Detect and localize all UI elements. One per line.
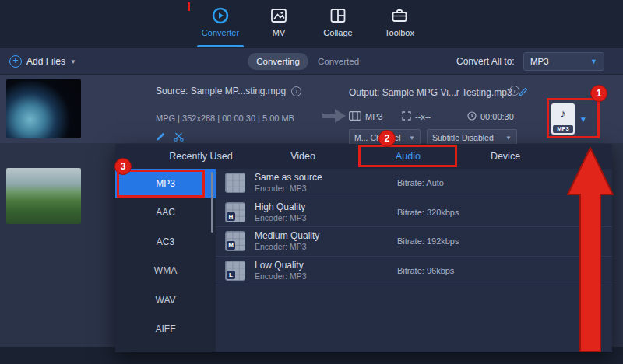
quality-letter-badge: H xyxy=(227,212,235,221)
format-item-wav[interactable]: WAV xyxy=(115,285,216,315)
format-selector-label: MP3 xyxy=(553,125,573,133)
chevron-down-icon: ▼ xyxy=(505,135,512,142)
output-duration-group: 00:00:30 xyxy=(467,110,514,123)
tab-converter[interactable]: Converter xyxy=(192,5,249,46)
source-line: Source: Sample MP...sting.mpg i xyxy=(156,86,301,96)
chevron-down-icon: ▼ xyxy=(590,58,597,65)
gear-icon[interactable] xyxy=(586,263,598,278)
preset-encoder: Encoder: MP3 xyxy=(255,271,307,282)
output-format-badge: MP3 xyxy=(365,112,383,121)
add-files-label: Add Files xyxy=(26,56,65,67)
source-filename: Source: Sample MP...sting.mpg xyxy=(156,86,286,96)
plus-icon: + xyxy=(9,55,22,68)
preset-encoder: Encoder: MP3 xyxy=(255,184,322,194)
cut-icon[interactable] xyxy=(174,131,184,145)
preset-row-high-quality[interactable]: H High Quality Encoder: MP3 Bitrate: 320… xyxy=(216,198,612,228)
preset-list: Same as source Encoder: MP3 Bitrate: Aut… xyxy=(216,169,612,352)
popup-tab-device[interactable]: Device xyxy=(466,144,544,169)
tab-mv-label: MV xyxy=(273,28,286,37)
row-tools xyxy=(156,131,184,145)
output-filename: Output: Sample MPG Vi...r Testing.mp3 xyxy=(349,87,512,98)
popup-tab-audio[interactable]: Audio xyxy=(369,144,447,169)
gear-icon[interactable] xyxy=(586,234,598,249)
preset-encoder: Encoder: MP3 xyxy=(255,242,319,252)
convert-arrow-icon xyxy=(322,107,346,128)
preset-quality-icon: L xyxy=(225,261,245,281)
channel-value: M... Channel xyxy=(354,133,406,142)
preset-title: Medium Quality xyxy=(255,230,319,241)
subtitle-value: Subtitle Disabled xyxy=(432,133,502,142)
convert-all-label: Convert All to: xyxy=(456,53,515,70)
preset-bitrate: Bitrate: 320kbps xyxy=(397,208,459,217)
preset-quality-icon: M xyxy=(225,231,245,251)
quality-letter-badge: M xyxy=(227,241,235,250)
output-line: Output: Sample MPG Vi...r Testing.mp3 xyxy=(349,86,528,100)
preset-bitrate: Bitrate: 192kbps xyxy=(397,236,459,246)
preset-row-same-as-source[interactable]: Same as source Encoder: MP3 Bitrate: Aut… xyxy=(216,169,612,198)
format-item-ac3[interactable]: AC3 xyxy=(115,227,216,257)
collage-icon xyxy=(329,5,347,26)
preset-row-medium-quality[interactable]: M Medium Quality Encoder: MP3 Bitrate: 1… xyxy=(216,227,612,257)
info-icon[interactable]: i xyxy=(291,86,301,96)
preset-bitrate: Bitrate: 96kbps xyxy=(397,266,454,275)
preset-encoder: Encoder: MP3 xyxy=(255,213,307,223)
edit-icon[interactable] xyxy=(156,131,166,145)
tab-toolbox[interactable]: Toolbox xyxy=(371,5,428,46)
tab-collage[interactable]: Collage xyxy=(309,5,367,46)
output-info-icon[interactable]: i xyxy=(509,86,519,96)
format-item-aiff[interactable]: AIFF xyxy=(115,315,216,345)
add-files-button[interactable]: + Add Files ▼ xyxy=(9,48,76,75)
toolbox-icon xyxy=(391,5,408,26)
preset-bitrate: Bitrate: Auto xyxy=(397,178,444,187)
chevron-down-icon: ▼ xyxy=(70,58,76,65)
rename-icon[interactable] xyxy=(519,86,528,100)
output-resolution-group: --x-- xyxy=(402,110,431,123)
converter-play-icon xyxy=(211,5,230,26)
quality-letter-badge: L xyxy=(227,271,235,279)
format-item-aac[interactable]: AAC xyxy=(115,198,216,228)
format-item-mp3[interactable]: MP3 xyxy=(115,169,216,198)
tab-converted[interactable]: Converted xyxy=(318,53,359,70)
mv-icon xyxy=(270,5,287,26)
chevron-down-icon: ▼ xyxy=(409,135,415,142)
app-window: Converter MV Collage Toolbox + Add Files… xyxy=(0,0,623,364)
clock-icon xyxy=(467,110,477,124)
format-frame-icon xyxy=(349,110,361,124)
tab-mv[interactable]: MV xyxy=(250,5,308,46)
preset-title: Low Quality xyxy=(255,260,307,271)
preset-row-low-quality[interactable]: L Low Quality Encoder: MP3 Bitrate: 96kb… xyxy=(216,257,612,286)
annotation-tick xyxy=(188,2,190,11)
output-resolution: --x-- xyxy=(415,112,431,121)
preset-quality-icon xyxy=(225,173,245,193)
format-item-wma[interactable]: WMA xyxy=(115,257,216,286)
format-list-scrollbar[interactable] xyxy=(211,172,213,233)
output-duration: 00:00:30 xyxy=(480,112,514,121)
output-format-group: MP3 xyxy=(349,110,383,123)
tab-converter-label: Converter xyxy=(202,28,239,37)
chevron-down-icon: ▼ xyxy=(579,115,587,124)
output-format-selector[interactable]: ♪ MP3 ▼ xyxy=(551,102,597,136)
video-thumbnail-landscape xyxy=(6,168,81,224)
convert-all-value: MP3 xyxy=(530,57,590,66)
format-list: MP3 AAC AC3 WMA WAV AIFF xyxy=(115,169,216,352)
popup-tab-video[interactable]: Video xyxy=(264,144,342,169)
preset-title: Same as source xyxy=(255,172,322,183)
tab-toolbox-label: Toolbox xyxy=(385,28,414,37)
popup-tab-bar: Recently Used Video Audio Device xyxy=(115,144,612,169)
expand-icon xyxy=(402,110,411,124)
video-thumbnail-earth xyxy=(6,79,81,138)
music-note-icon: ♪ xyxy=(551,103,575,124)
file-row xyxy=(0,75,623,143)
top-navigation: Converter MV Collage Toolbox xyxy=(0,0,623,48)
source-meta: MPG | 352x288 | 00:00:30 | 5.00 MB xyxy=(156,114,294,123)
convert-all-dropdown[interactable]: MP3 ▼ xyxy=(523,52,604,71)
preset-title: High Quality xyxy=(255,201,307,212)
popup-tab-recently-used[interactable]: Recently Used xyxy=(139,144,263,169)
tab-converting[interactable]: Converting xyxy=(248,53,308,70)
active-tab-indicator xyxy=(197,45,244,47)
preset-quality-icon: H xyxy=(225,202,245,222)
format-popup: Recently Used Video Audio Device MP3 AAC… xyxy=(115,144,612,352)
gear-icon[interactable] xyxy=(586,205,598,219)
audio-file-icon: ♪ MP3 xyxy=(551,103,575,135)
tab-collage-label: Collage xyxy=(323,28,352,37)
